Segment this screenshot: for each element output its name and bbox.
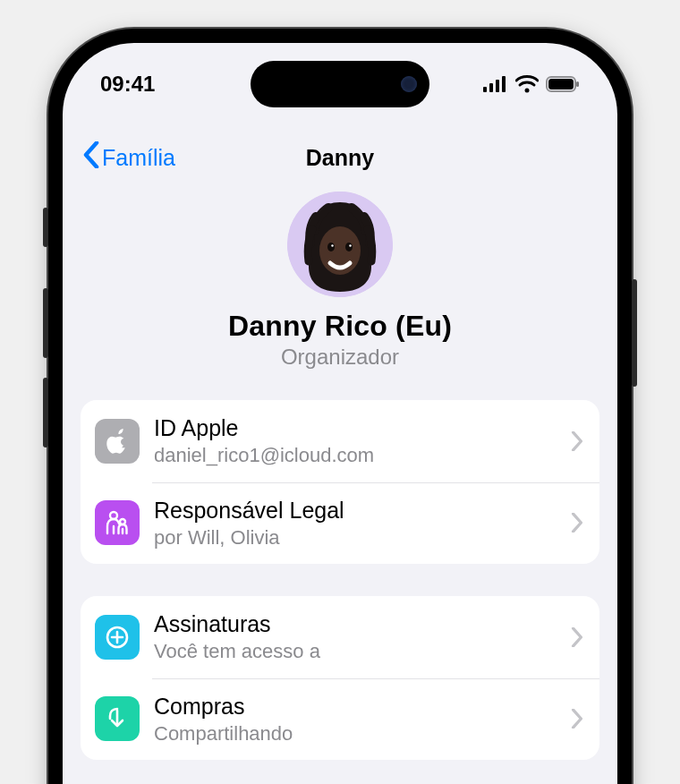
- svg-rect-0: [483, 87, 487, 92]
- wifi-icon: [515, 75, 539, 93]
- settings-group-account: ID Apple daniel_rico1@icloud.com: [81, 400, 599, 564]
- avatar: [287, 192, 393, 297]
- subscriptions-icon: [95, 615, 140, 660]
- chevron-right-icon: [571, 709, 583, 729]
- row-subtitle: daniel_rico1@icloud.com: [154, 443, 557, 468]
- phone-power-button: [632, 279, 637, 387]
- phone-volume-up: [43, 288, 48, 358]
- row-subtitle: Compartilhando: [154, 721, 557, 746]
- row-title: Responsável Legal: [154, 497, 557, 524]
- chevron-right-icon: [571, 431, 583, 451]
- back-label: Família: [102, 145, 175, 171]
- row-subtitle: por Will, Olivia: [154, 525, 557, 550]
- svg-rect-3: [502, 76, 506, 92]
- row-subscriptions[interactable]: Assinaturas Você tem acesso a: [81, 596, 599, 678]
- screen: 09:41: [63, 43, 617, 784]
- navigation-bar: Família Danny: [81, 132, 599, 183]
- row-apple-id[interactable]: ID Apple daniel_rico1@icloud.com: [81, 400, 599, 482]
- cellular-icon: [483, 76, 508, 92]
- svg-rect-1: [489, 83, 493, 92]
- row-text: Responsável Legal por Will, Olivia: [154, 497, 557, 550]
- back-button[interactable]: Família: [82, 141, 175, 174]
- svg-point-11: [345, 243, 353, 251]
- svg-rect-6: [548, 79, 574, 89]
- row-title: Assinaturas: [154, 610, 557, 637]
- canvas: 09:41: [0, 0, 680, 784]
- profile-role: Organizador: [281, 345, 399, 370]
- chevron-left-icon: [82, 141, 100, 174]
- battery-icon: [546, 76, 580, 92]
- svg-point-10: [327, 243, 335, 251]
- apple-logo-icon: [95, 419, 140, 464]
- svg-point-14: [110, 512, 117, 519]
- profile-header: Danny Rico (Eu) Organizador: [81, 192, 599, 370]
- svg-point-13: [349, 244, 351, 246]
- purchases-icon: [95, 696, 140, 741]
- guardian-icon: [95, 500, 140, 545]
- phone-frame: 09:41: [48, 29, 632, 784]
- memoji-icon: [287, 192, 393, 297]
- row-guardian[interactable]: Responsável Legal por Will, Olivia: [81, 482, 599, 565]
- chevron-right-icon: [571, 627, 583, 647]
- page-title: Danny: [306, 145, 374, 171]
- phone-volume-down: [43, 378, 48, 447]
- status-bar: 09:41: [63, 64, 617, 104]
- status-indicators: [483, 75, 580, 93]
- row-text: Assinaturas Você tem acesso a: [154, 610, 557, 664]
- status-time: 09:41: [100, 72, 155, 97]
- row-purchases[interactable]: Compras Compartilhando: [81, 678, 599, 761]
- svg-rect-2: [496, 80, 499, 92]
- row-title: Compras: [154, 693, 557, 720]
- phone-silence-switch: [43, 208, 48, 247]
- row-text: ID Apple daniel_rico1@icloud.com: [154, 414, 557, 468]
- row-title: ID Apple: [154, 414, 557, 441]
- content: Família Danny: [63, 132, 617, 784]
- svg-point-4: [525, 89, 530, 93]
- chevron-right-icon: [571, 513, 583, 533]
- settings-group-sharing: Assinaturas Você tem acesso a: [81, 596, 599, 760]
- row-text: Compras Compartilhando: [154, 693, 557, 746]
- svg-point-12: [331, 244, 333, 246]
- row-subtitle: Você tem acesso a: [154, 639, 557, 664]
- svg-rect-7: [576, 81, 579, 87]
- profile-name: Danny Rico (Eu): [228, 310, 452, 343]
